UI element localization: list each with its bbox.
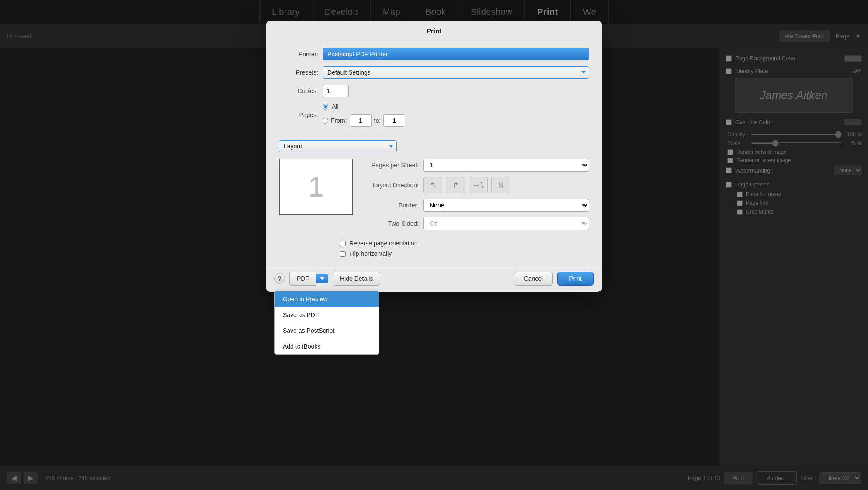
pages-all-radio[interactable] [323,104,328,110]
pages-from-input[interactable] [350,114,372,127]
pages-per-sheet-wrapper: 1 [423,159,589,172]
cancel-button[interactable]: Cancel [514,272,553,286]
two-sided-select[interactable]: Off [423,217,589,230]
pages-per-sheet-row: Pages per Sheet: 1 [362,159,589,172]
help-button[interactable]: ? [274,273,285,284]
page-preview: 1 [279,159,353,215]
layout-select[interactable]: Layout [279,140,397,152]
print-button[interactable]: Print [557,272,594,286]
pdf-menu-open-preview[interactable]: Open in Preview [275,291,379,307]
layout-select-wrapper: Layout [279,140,397,152]
two-sided-label: Two-Sided: [362,220,419,227]
layout-dir-btn-1[interactable]: ↱ [446,177,465,193]
layout-row: Layout [279,140,589,152]
layout-direction-row: Layout Direction: ↰ ↱ →⤵ N [362,177,589,193]
from-label: From: [331,117,347,124]
printer-select-wrapper: Postscript PDF Printer [323,48,589,60]
dialog-body: Printer: Postscript PDF Printer Presets:… [266,39,602,267]
presets-select-wrapper: Default Settings [323,66,589,79]
reverse-orientation-row: Reverse page orientation [279,240,589,247]
dialog-bottom: ? PDF Hide Details Open in Preview Save … [266,267,602,292]
layout-content: 1 Pages per Sheet: 1 [279,159,589,240]
pdf-arrow-button[interactable] [316,274,328,283]
pages-label: Pages: [279,111,318,118]
reverse-orientation-label: Reverse page orientation [349,240,417,247]
pages-per-sheet-label: Pages per Sheet: [362,162,419,169]
presets-row: Presets: Default Settings [279,66,589,79]
dialog-action-buttons: Cancel Print [514,272,594,286]
presets-label: Presets: [279,69,318,76]
layout-options: Pages per Sheet: 1 Layout Direction: ↰ ↱ [362,159,589,235]
pdf-menu-add-ibooks[interactable]: Add to iBooks [275,338,379,354]
pages-all-row: All [323,103,589,110]
hide-details-button[interactable]: Hide Details [333,272,380,286]
copies-input[interactable] [323,85,349,97]
border-row: Border: None [362,199,589,212]
layout-direction-label: Layout Direction: [362,182,419,189]
printer-row: Printer: Postscript PDF Printer [279,48,589,60]
pdf-main-button[interactable]: PDF [289,272,316,286]
layout-direction-icons: ↰ ↱ →⤵ N [423,177,510,193]
print-dialog: Print Printer: Postscript PDF Printer Pr… [266,21,602,292]
layout-dir-btn-2[interactable]: →⤵ [469,177,488,193]
printer-label: Printer: [279,51,318,58]
copies-row: Copies: [279,85,589,97]
pdf-btn-group: PDF [289,272,328,286]
layout-dir-btn-0[interactable]: ↰ [423,177,442,193]
flip-horizontally-row: Flip horizontally [279,250,589,257]
dialog-overlay: Print Printer: Postscript PDF Printer Pr… [0,0,868,490]
layout-dir-btn-3[interactable]: N [491,177,510,193]
border-select-wrapper: None [423,199,589,212]
dialog-title: Print [266,21,602,39]
border-label: Border: [362,202,419,209]
presets-select[interactable]: Default Settings [323,66,589,79]
pages-per-sheet-select[interactable]: 1 [423,159,589,172]
pages-all-label: All [332,103,339,110]
flip-horizontally-label: Flip horizontally [349,250,392,257]
to-label: to: [374,117,381,124]
pdf-menu-save-postscript[interactable]: Save as PostScript [275,323,379,338]
pages-to-input[interactable] [383,114,405,127]
reverse-orientation-checkbox[interactable] [340,241,346,246]
copies-label: Copies: [279,87,318,94]
two-sided-row: Two-Sided: Off [362,217,589,230]
pages-from-to-row: From: to: [323,114,589,127]
flip-horizontally-checkbox[interactable] [340,251,346,257]
pages-group: All From: to: [323,103,589,127]
pdf-menu-save-pdf[interactable]: Save as PDF [275,307,379,323]
page-preview-number: 1 [308,171,324,203]
border-select[interactable]: None [423,199,589,212]
pages-row: Pages: All From: to: [279,103,589,127]
printer-select[interactable]: Postscript PDF Printer [323,48,589,60]
pages-from-radio[interactable] [323,118,328,124]
layout-separator [279,133,589,133]
pdf-dropdown-menu: Open in Preview Save as PDF Save as Post… [274,291,379,355]
two-sided-wrapper: Off [423,217,589,230]
